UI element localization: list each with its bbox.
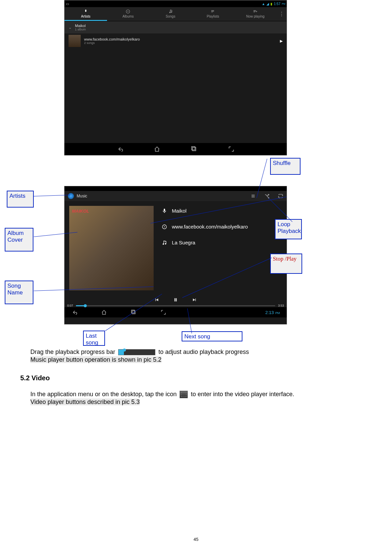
artist-row[interactable]: ⌄ Maikol 1 album xyxy=(64,21,287,33)
pause-icon[interactable] xyxy=(173,297,178,303)
tab-label: Artists xyxy=(81,15,90,18)
video-text-pre: In the application menu or on the deskto… xyxy=(30,391,177,398)
disc-icon xyxy=(162,224,167,230)
drag-text-post: to adjust audio playback progress xyxy=(158,349,249,355)
tab-albums[interactable]: Albums xyxy=(107,7,150,21)
video-desc-text: Video player buttons described in pic 5.… xyxy=(30,399,140,405)
album-cover xyxy=(69,206,154,290)
video-text-post: to enter into the video player interface… xyxy=(191,391,294,398)
home-icon[interactable] xyxy=(154,146,160,152)
video-icon-inline-image xyxy=(180,391,188,398)
progress-track[interactable] xyxy=(76,305,276,306)
tab-artists[interactable]: Artists xyxy=(64,7,107,21)
recent-icon[interactable] xyxy=(191,146,198,152)
music-player-screenshot: Music Maikol www.facebook.com/maikolyelk… xyxy=(64,186,287,325)
wifi-icon: ▲ xyxy=(262,2,265,6)
section-heading: 5.2 Video xyxy=(20,374,50,382)
annot-stop-play: Stop /Play xyxy=(270,254,302,274)
overflow-icon[interactable]: ⋮ xyxy=(277,7,287,21)
svg-rect-2 xyxy=(192,147,196,151)
song-info: La Suegra xyxy=(162,240,283,245)
progress-bar-inline-image xyxy=(118,349,155,355)
annot-shuffle: Shuffle xyxy=(270,158,300,175)
player-title: Music xyxy=(77,194,87,198)
mic-icon xyxy=(162,208,167,214)
annot-album-cover: Album Cover xyxy=(5,228,33,251)
drag-text-pre: Drag the playback progress bar xyxy=(30,349,115,355)
music-library-screenshot: ▭ ▲ ◢ ▮ 1:57 PM Artists Albums Songs Pla… xyxy=(64,0,287,155)
song-count: 2 songs xyxy=(84,41,140,45)
speaker-icon xyxy=(68,193,74,199)
back-icon[interactable] xyxy=(116,146,123,152)
tab-playlists[interactable]: Playlists xyxy=(192,7,234,21)
page-number: 45 xyxy=(193,537,198,542)
status-time: 1:57 xyxy=(274,2,280,6)
tab-now-playing[interactable]: Now playing xyxy=(234,7,277,21)
note-icon xyxy=(162,240,167,245)
music-tabs: Artists Albums Songs Playlists Now playi… xyxy=(64,7,287,21)
tab-label: Albums xyxy=(123,15,134,18)
home-icon[interactable] xyxy=(101,309,107,315)
sd-icon: ▭ xyxy=(66,2,69,6)
album-name: www.facebook.com/maikolyelkaro xyxy=(172,224,248,230)
next-icon[interactable] xyxy=(192,297,197,303)
svg-point-5 xyxy=(164,226,165,227)
screenshot-icon[interactable] xyxy=(228,146,235,152)
music-ops-text: Music player button operation is shown i… xyxy=(30,356,161,363)
annot-song-name: Song Name xyxy=(5,281,33,304)
clock-time: 2:13 xyxy=(265,310,274,315)
annot-last-song: Last song xyxy=(83,331,105,346)
back-icon[interactable] xyxy=(71,309,77,315)
status-ampm: PM xyxy=(282,3,286,5)
playback-controls xyxy=(64,296,287,304)
album-thumbnail xyxy=(69,35,81,47)
tab-songs[interactable]: Songs xyxy=(149,7,192,21)
svg-rect-3 xyxy=(192,147,195,150)
artist-name: Maikol xyxy=(75,24,86,28)
svg-point-1 xyxy=(128,11,128,11)
progress-bar-row: 0:07 3:53 xyxy=(64,304,287,307)
battery-icon: ▮ xyxy=(270,2,272,6)
artist-name: Maikol xyxy=(172,208,186,214)
status-bar xyxy=(64,186,287,191)
annot-next-song: Next song xyxy=(182,331,242,341)
status-bar: ▭ ▲ ◢ ▮ 1:57 PM xyxy=(64,0,287,7)
artist-count: 1 album xyxy=(75,28,86,31)
chevron-down-icon: ⌄ xyxy=(69,25,72,30)
signal-icon: ◢ xyxy=(266,2,269,6)
album-info: www.facebook.com/maikolyelkaro xyxy=(162,224,283,230)
clock-ampm: PM xyxy=(276,311,280,315)
nav-bar: 2:13 PM xyxy=(64,307,287,317)
album-title: www.facebook.com/maikolyelkaro xyxy=(84,37,140,41)
play-icon[interactable]: ▶ xyxy=(280,39,283,43)
queue-icon[interactable] xyxy=(251,193,256,199)
annot-loop: Loop Playback xyxy=(275,219,302,239)
tab-label: Now playing xyxy=(246,15,264,18)
time-elapsed: 0:07 xyxy=(67,304,73,307)
song-name: La Suegra xyxy=(172,240,195,245)
screenshot-icon[interactable] xyxy=(160,309,166,315)
nav-bar xyxy=(64,143,287,155)
progress-thumb[interactable] xyxy=(84,304,87,307)
annot-artists: Artists xyxy=(7,191,34,208)
time-total: 3:53 xyxy=(278,304,284,307)
tab-label: Songs xyxy=(166,15,175,18)
tab-label: Playlists xyxy=(207,15,219,18)
album-row[interactable]: www.facebook.com/maikolyelkaro 2 songs ▶ xyxy=(64,33,287,48)
player-titlebar: Music xyxy=(64,191,287,201)
